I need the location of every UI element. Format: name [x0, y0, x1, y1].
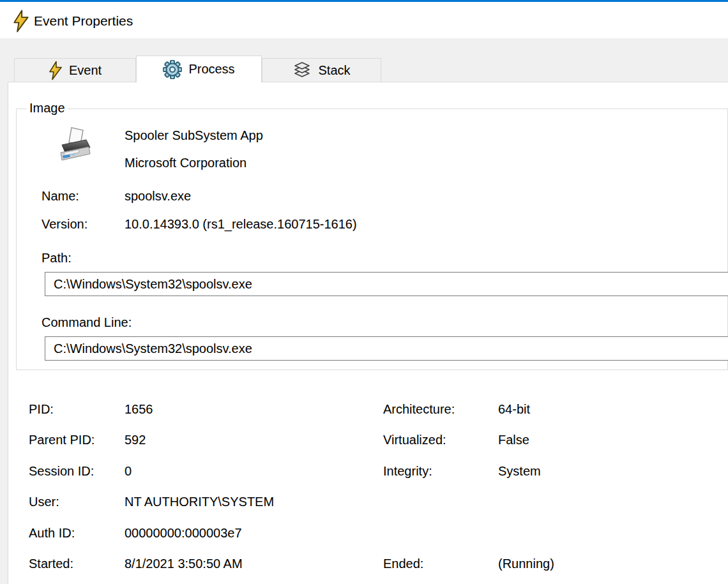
ended-value: (Running) [498, 556, 554, 571]
titlebar: Event Properties [0, 2, 728, 38]
integrity-label: Integrity: [383, 463, 432, 479]
gear-icon [163, 60, 182, 79]
tab-stack-label: Stack [318, 63, 350, 78]
path-label: Path: [42, 250, 72, 266]
detail-row-auth-id: Auth ID: 00000000:000003e7 [0, 525, 728, 542]
ended-label: Ended: [383, 556, 423, 571]
auth-id-value: 00000000:000003e7 [125, 525, 242, 541]
tab-stack[interactable]: Stack [262, 58, 381, 82]
user-value: NT AUTHORITY\SYSTEM [125, 494, 274, 509]
parent-pid-label: Parent PID: [29, 432, 95, 447]
name-value: spoolsv.exe [125, 188, 191, 204]
auth-id-label: Auth ID: [29, 525, 75, 541]
pid-value: 1656 [125, 401, 153, 417]
tab-event[interactable]: Event [14, 58, 136, 82]
pid-label: PID: [29, 401, 54, 417]
detail-row-pid: PID: 1656 Architecture: 64-bit [0, 401, 728, 418]
tab-process-label: Process [188, 62, 234, 77]
architecture-value: 64-bit [498, 401, 530, 417]
detail-row-parent-pid: Parent PID: 592 Virtualized: False [0, 432, 728, 449]
tab-process[interactable]: Process [136, 56, 262, 82]
user-label: User: [29, 494, 59, 509]
detail-row-user: User: NT AUTHORITY\SYSTEM [0, 494, 728, 511]
detail-row-started: Started: 8/1/2021 3:50:50 AM Ended: (Run… [0, 556, 728, 573]
image-groupbox: Image [16, 109, 728, 370]
lightning-icon [49, 61, 63, 80]
image-product-name: Spooler SubSystem App [125, 128, 263, 143]
detail-row-session-id: Session ID: 0 Integrity: System [0, 463, 728, 480]
lightning-icon [13, 10, 29, 33]
window-title: Event Properties [34, 13, 133, 29]
version-label: Version: [42, 216, 87, 232]
session-id-label: Session ID: [29, 463, 94, 479]
started-label: Started: [29, 556, 73, 571]
command-line-input[interactable] [45, 336, 728, 361]
architecture-label: Architecture: [383, 401, 455, 417]
path-input[interactable] [45, 272, 728, 296]
printer-icon [54, 126, 95, 167]
image-company-name: Microsoft Corporation [125, 155, 246, 170]
parent-pid-value: 592 [125, 432, 146, 447]
virtualized-value: False [498, 432, 529, 447]
name-label: Name: [42, 188, 79, 204]
version-value: 10.0.14393.0 (rs1_release.160715-1616) [125, 216, 357, 232]
stack-icon [292, 61, 312, 80]
image-groupbox-legend: Image [27, 101, 68, 116]
tab-event-label: Event [69, 63, 102, 78]
started-value: 8/1/2021 3:50:50 AM [125, 556, 243, 571]
virtualized-label: Virtualized: [383, 432, 446, 447]
session-id-value: 0 [125, 463, 132, 479]
command-line-label: Command Line: [42, 315, 132, 330]
integrity-value: System [498, 463, 541, 479]
